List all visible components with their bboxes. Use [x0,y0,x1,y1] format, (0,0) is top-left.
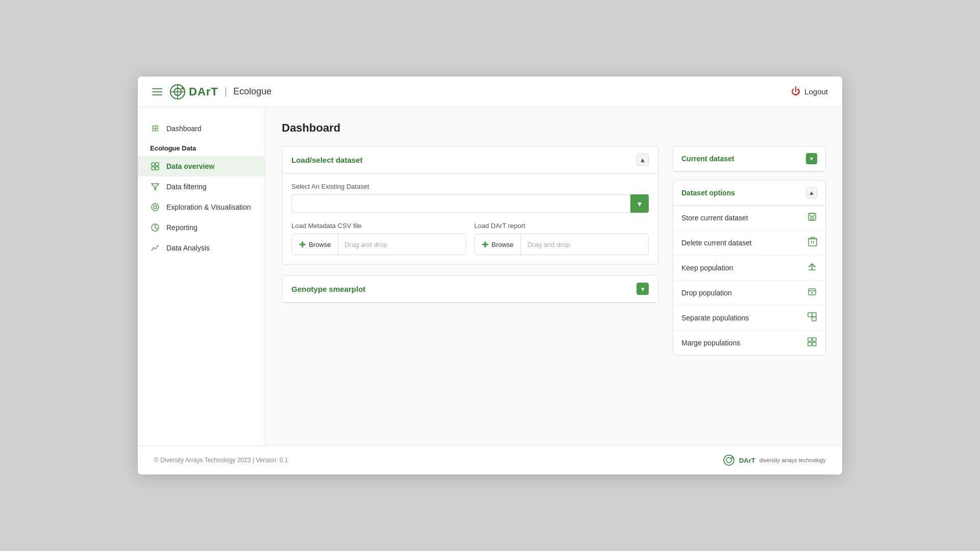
svg-rect-31 [813,338,816,341]
separate-populations-btn[interactable]: Separate populations [673,306,825,331]
explore-icon [150,203,160,212]
drop-population-label: Drop population [681,289,732,297]
delete-dataset-btn[interactable]: Delete current dataset [673,231,825,256]
current-dataset-title: Current dataset [681,155,734,163]
svg-rect-17 [810,213,814,216]
store-dataset-label: Store current dataset [681,214,748,222]
content-main: Load/select dataset ▲ Select An Existing… [282,146,658,364]
dataset-options-toggle[interactable]: ▲ [806,187,817,198]
smearplot-card: Genotype smearplot ▾ [282,275,658,303]
svg-rect-18 [811,218,814,220]
dart-upload-box: ✚ Browse Drag and drop [474,234,649,255]
load-dataset-header: Load/select dataset ▲ [282,146,658,173]
keep-population-label: Keep population [681,264,733,272]
dart-browse-btn[interactable]: ✚ Browse [475,234,521,255]
logo: DArT | Ecologue [169,84,272,100]
dart-browse-label: Browse [492,241,513,248]
sidebar-item-reporting[interactable]: Reporting [138,217,265,238]
svg-rect-19 [808,239,817,246]
metadata-browse-btn[interactable]: ✚ Browse [292,234,338,255]
footer-logo: DArT diversity arrays technology [723,454,826,466]
reporting-icon [150,223,160,232]
power-icon: ⏻ [791,86,800,97]
dashboard-icon: ⊞ [150,123,160,134]
drop-population-btn[interactable]: Drop population [673,281,825,306]
sidebar-item-data-filtering[interactable]: Data filtering [138,177,265,197]
sidebar-item-dashboard[interactable]: ⊞ Dashboard [138,117,265,139]
sidebar-item-exploration[interactable]: Exploration & Visualisation [138,197,265,217]
svg-rect-7 [152,167,155,170]
current-dataset-header: Current dataset ▾ [673,146,825,171]
svg-rect-27 [808,313,812,317]
dart-drag-drop-label: Drag and drop [527,241,570,248]
menu-icon[interactable] [152,88,162,95]
sidebar-item-analysis-label: Data Analysis [166,244,210,252]
app-window: DArT | Ecologue ⏻ Logout ⊞ Dashboard Eco… [138,77,842,474]
logo-divider: | [225,86,227,97]
dart-plus-icon: ✚ [482,240,488,249]
sidebar-item-exploration-label: Exploration & Visualisation [166,203,251,211]
smearplot-title: Genotype smearplot [291,285,365,293]
separate-populations-label: Separate populations [681,314,749,322]
footer-dart-text: DArT [739,457,755,464]
dataset-select-input[interactable] [291,194,630,213]
metadata-upload-box: ✚ Browse Drag and drop [291,234,466,255]
sidebar-item-data-analysis[interactable]: Data Analysis [138,238,265,258]
header: DArT | Ecologue ⏻ Logout [138,77,842,107]
file-upload-row: Load Metadata CSV file ✚ Browse Drag and… [291,222,649,255]
dart-upload-group: Load DArT report ✚ Browse Drag and drop [474,222,649,255]
dart-drop-area[interactable]: Drag and drop [521,241,648,248]
marge-populations-btn[interactable]: Marge populations [673,331,825,355]
current-dataset-toggle[interactable]: ▾ [806,153,817,164]
analysis-icon [150,243,160,253]
footer-copyright: © Diversity Arrays Technology 2023 | Ver… [154,457,288,464]
content-right: Current dataset ▾ Dataset options ▲ Stor… [673,146,826,364]
logo-dart-text: DArT [189,85,218,98]
content-grid: Load/select dataset ▲ Select An Existing… [282,146,826,364]
store-dataset-btn[interactable]: Store current dataset [673,206,825,231]
svg-rect-32 [808,342,812,346]
drop-pop-icon [807,287,817,299]
sidebar-item-data-filtering-label: Data filtering [166,183,207,191]
svg-rect-30 [808,338,812,341]
separate-pop-icon [807,312,817,324]
load-dataset-title: Load/select dataset [291,156,362,164]
marge-pop-icon [807,337,817,349]
svg-line-14 [155,228,158,229]
page-title: Dashboard [282,121,826,135]
trash-icon [808,237,817,249]
select-existing-label: Select An Existing Dataset [291,183,649,190]
metadata-drag-drop-label: Drag and drop [345,241,387,248]
main-layout: ⊞ Dashboard Ecologue Data Data overview [138,107,842,445]
dataset-options-section: Dataset options ▲ Store current dataset [673,180,826,356]
svg-rect-28 [812,317,816,321]
svg-rect-5 [152,163,155,166]
svg-rect-25 [808,289,816,295]
svg-rect-29 [812,313,816,317]
logout-button[interactable]: ⏻ Logout [791,86,828,97]
keep-population-btn[interactable]: Keep population [673,256,825,281]
footer-dart-icon [723,454,735,466]
sidebar-section-ecologue: Ecologue Data [138,139,265,156]
sidebar-item-data-overview-label: Data overview [166,162,214,170]
dataset-select-dropdown-btn[interactable]: ▾ [630,194,649,213]
load-dataset-card: Load/select dataset ▲ Select An Existing… [282,146,658,265]
svg-line-15 [158,245,159,246]
metadata-upload-label: Load Metadata CSV file [291,222,466,230]
logout-label: Logout [804,87,828,96]
data-overview-icon [150,162,160,171]
metadata-upload-group: Load Metadata CSV file ✚ Browse Drag and… [291,222,466,255]
main-content: Dashboard Load/select dataset ▲ Select A… [265,107,842,445]
footer: © Diversity Arrays Technology 2023 | Ver… [138,445,842,474]
header-left: DArT | Ecologue [152,84,272,100]
svg-point-11 [154,206,157,209]
sidebar-item-reporting-label: Reporting [166,223,198,232]
sidebar-item-data-overview[interactable]: Data overview [138,156,265,177]
smearplot-toggle[interactable]: ▾ [636,283,649,295]
svg-rect-16 [808,213,816,220]
load-dataset-toggle[interactable]: ▲ [636,154,649,166]
metadata-drop-area[interactable]: Drag and drop [338,241,465,248]
dart-upload-label: Load DArT report [474,222,649,230]
load-dataset-body: Select An Existing Dataset ▾ Load Metada… [282,173,658,264]
dataset-options-title: Dataset options [681,189,735,197]
